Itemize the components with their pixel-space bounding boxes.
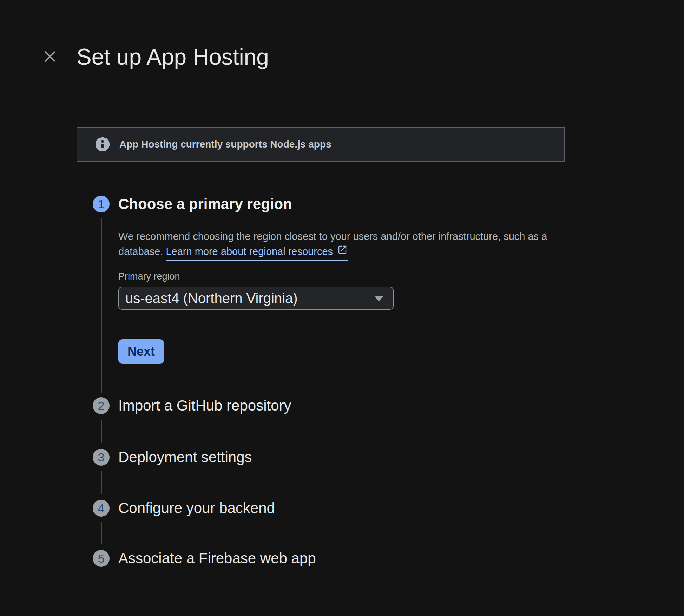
step-header-4: 4 Configure your backend	[93, 500, 275, 517]
step-title-3: Deployment settings	[118, 449, 252, 466]
connector-line-2	[101, 420, 102, 443]
step-header-1: 1 Choose a primary region	[93, 196, 292, 212]
step1-description: We recommend choosing the region closest…	[118, 229, 547, 261]
banner-message: App Hosting currently supports Node.js a…	[119, 139, 331, 150]
description-line-1: We recommend choosing the region closest…	[118, 229, 547, 244]
description-line-2-prefix: database.	[118, 246, 166, 257]
external-link-icon	[337, 244, 348, 259]
step-indicator-5: 5	[93, 550, 110, 567]
close-button[interactable]	[41, 48, 58, 65]
close-icon	[42, 49, 58, 65]
connector-line-4	[101, 522, 102, 544]
step-header-2: 2 Import a GitHub repository	[93, 397, 291, 414]
step-title-2: Import a GitHub repository	[118, 397, 291, 414]
step-indicator-4: 4	[93, 500, 110, 517]
next-button[interactable]: Next	[118, 339, 164, 364]
selected-region-value: us-east4 (Northern Virginia)	[125, 290, 298, 306]
step-title-1: Choose a primary region	[118, 196, 292, 212]
step-title-5: Associate a Firebase web app	[118, 550, 316, 567]
chevron-down-icon	[375, 296, 383, 301]
connector-line-1	[101, 218, 102, 393]
primary-region-label: Primary region	[118, 270, 180, 282]
primary-region-select[interactable]: us-east4 (Northern Virginia)	[118, 287, 394, 310]
step-indicator-3: 3	[93, 449, 110, 466]
connector-line-3	[101, 471, 102, 494]
step-indicator-1: 1	[93, 196, 110, 212]
step-indicator-2: 2	[93, 397, 110, 414]
step-header-5: 5 Associate a Firebase web app	[93, 550, 316, 567]
step-header-3: 3 Deployment settings	[93, 449, 252, 466]
page-title: Set up App Hosting	[77, 44, 269, 70]
info-banner: App Hosting currently supports Node.js a…	[77, 127, 565, 162]
learn-more-link[interactable]: Learn more about regional resources	[166, 244, 348, 261]
info-icon	[96, 137, 110, 151]
step-title-4: Configure your backend	[118, 500, 275, 517]
description-line-2: database. Learn more about regional reso…	[118, 244, 547, 261]
